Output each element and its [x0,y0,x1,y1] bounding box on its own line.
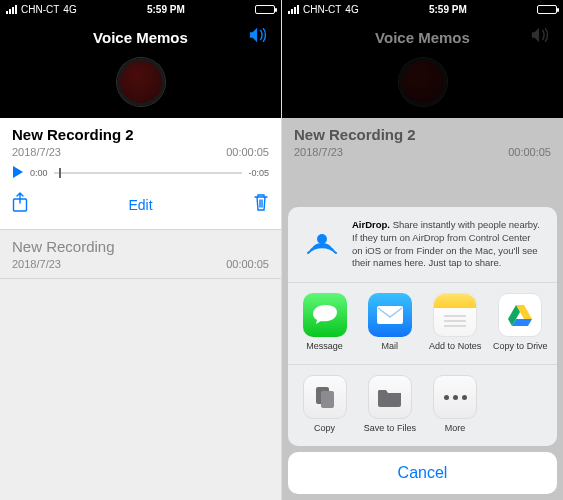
share-label: Copy [314,424,335,434]
scrubber-track[interactable] [54,172,243,174]
recording-duration: 00:00:05 [226,258,269,270]
share-label: Save to Files [364,424,416,434]
page-title: Voice Memos [93,29,188,46]
edit-button[interactable]: Edit [128,197,152,213]
share-label: Copy to Drive [493,342,548,352]
record-area [282,56,563,118]
scrubber-thumb[interactable] [59,168,61,178]
page-title: Voice Memos [375,29,470,46]
share-label: Message [306,342,343,352]
playback-end: -0:05 [248,168,269,178]
recording-date: 2018/7/23 [294,146,343,158]
recordings-list: New Recording 2 2018/7/23 00:00:05 0:00 … [0,118,281,500]
recording-duration: 00:00:05 [226,146,269,158]
record-button [399,58,447,106]
battery-icon [537,5,557,14]
cancel-button[interactable]: Cancel [288,452,557,494]
status-bar: CHN-CT 4G 5:59 PM [0,0,281,18]
voice-memos-main-screen: CHN-CT 4G 5:59 PM Voice Memos New Record… [0,0,282,500]
folder-icon [368,375,412,419]
share-notes[interactable]: Add to Notes [423,293,488,352]
status-time: 5:59 PM [147,4,185,15]
record-area [0,56,281,118]
action-copy[interactable]: Copy [292,375,357,434]
action-save-files[interactable]: Save to Files [357,375,422,434]
share-label: More [445,424,466,434]
svg-rect-2 [377,306,403,324]
action-more[interactable]: More [423,375,488,434]
app-header: Voice Memos [282,18,563,56]
app-header: Voice Memos [0,18,281,56]
share-label: Add to Notes [429,342,481,352]
share-mail[interactable]: Mail [357,293,422,352]
system-share-row: Copy Save to Files More [288,364,557,446]
recording-item[interactable]: New Recording 2018/7/23 00:00:05 [0,230,281,279]
share-sheet: AirDrop. Share instantly with people nea… [288,207,557,494]
recording-title: New Recording 2 [294,126,551,143]
speaker-icon[interactable] [247,26,269,48]
message-icon [303,293,347,337]
app-share-row: Message Mail [288,283,557,364]
carrier-label: CHN-CT [21,4,59,15]
trash-icon[interactable] [253,192,269,217]
carrier-label: CHN-CT [303,4,341,15]
recording-title: New Recording 2 [12,126,269,143]
recording-date: 2018/7/23 [12,146,61,158]
playback-start: 0:00 [30,168,48,178]
speaker-icon [529,26,551,48]
recording-title: New Recording [12,238,269,255]
airdrop-row[interactable]: AirDrop. Share instantly with people nea… [288,207,557,283]
modal-overlay[interactable]: New Recording 2 2018/7/23 00:00:05 AirDr… [282,118,563,500]
status-bar: CHN-CT 4G 5:59 PM [282,0,563,18]
signal-icon [6,5,17,14]
network-label: 4G [63,4,76,15]
network-label: 4G [345,4,358,15]
recording-duration: 00:00:05 [508,146,551,158]
recording-item-dimmed: New Recording 2 2018/7/23 00:00:05 [282,118,563,166]
more-icon [433,375,477,419]
status-time: 5:59 PM [429,4,467,15]
recording-date: 2018/7/23 [12,258,61,270]
svg-rect-7 [321,391,334,408]
recording-item-expanded[interactable]: New Recording 2 2018/7/23 00:00:05 0:00 … [0,118,281,230]
notes-icon [433,293,477,337]
airdrop-icon [302,219,342,263]
share-icon[interactable] [12,192,28,217]
share-label: Mail [382,342,399,352]
svg-point-1 [317,234,327,244]
drive-icon [498,293,542,337]
copy-icon [303,375,347,419]
mail-icon [368,293,412,337]
voice-memos-share-screen: CHN-CT 4G 5:59 PM Voice Memos New Record… [282,0,563,500]
airdrop-description: AirDrop. Share instantly with people nea… [352,219,543,270]
audio-player: 0:00 -0:05 Edit [12,164,269,221]
record-button[interactable] [117,58,165,106]
signal-icon [288,5,299,14]
share-message[interactable]: Message [292,293,357,352]
share-drive[interactable]: Copy to Drive [488,293,553,352]
battery-icon [255,5,275,14]
play-icon[interactable] [12,164,24,182]
